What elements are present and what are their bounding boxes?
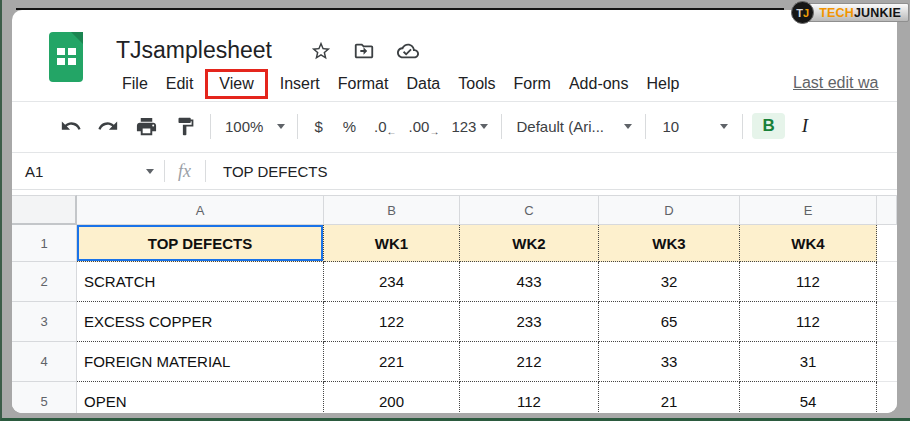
cell-b1[interactable]: WK1 xyxy=(324,225,460,262)
print-icon[interactable] xyxy=(135,115,158,138)
column-header-d[interactable]: D xyxy=(599,195,740,225)
cloud-check-icon[interactable] xyxy=(396,40,420,62)
techjunkie-monogram-icon: TJ xyxy=(791,1,814,24)
cell-c5[interactable]: 112 xyxy=(460,382,599,413)
spreadsheet-grid: A B C D E 1 TOP DEFECTS WK1 WK2 WK3 WK4 … xyxy=(12,191,897,413)
paint-format-icon[interactable] xyxy=(175,116,196,137)
star-icon[interactable] xyxy=(310,40,332,62)
toolbar-separator xyxy=(645,114,646,139)
cell-f1[interactable] xyxy=(877,225,897,262)
cell-d5[interactable]: 21 xyxy=(599,382,740,413)
formula-bar-separator xyxy=(164,160,165,182)
right-arrow-icon: → xyxy=(429,126,439,137)
cell-f5[interactable] xyxy=(877,382,897,413)
cell-e3[interactable]: 112 xyxy=(740,302,877,342)
cell-b5[interactable]: 200 xyxy=(324,382,460,413)
name-box[interactable]: A1 xyxy=(12,163,164,180)
zoom-select[interactable]: 100% xyxy=(225,118,285,135)
cell-e5[interactable]: 54 xyxy=(740,382,877,413)
decrease-decimal-button[interactable]: .0← xyxy=(374,118,397,135)
row-header-1[interactable]: 1 xyxy=(12,225,77,262)
cell-f2[interactable] xyxy=(877,262,897,302)
row-header-2[interactable]: 2 xyxy=(12,262,77,302)
sheet-row: 4 FOREIGN MATERIAL 221 212 33 31 xyxy=(12,342,897,382)
column-header-partial[interactable] xyxy=(877,195,897,225)
chevron-down-icon xyxy=(624,124,632,129)
chevron-down-icon xyxy=(720,124,728,129)
toolbar-separator xyxy=(210,114,211,139)
formula-bar-separator xyxy=(205,160,206,182)
column-header-c[interactable]: C xyxy=(460,195,599,225)
cell-c1[interactable]: WK2 xyxy=(460,225,599,262)
cell-d3[interactable]: 65 xyxy=(599,302,740,342)
undo-icon[interactable] xyxy=(60,115,82,137)
techjunkie-wordmark: TECHJUNKIE xyxy=(803,3,909,22)
increase-decimal-button[interactable]: .00→ xyxy=(409,118,440,135)
toolbar-separator xyxy=(742,114,743,139)
cell-e1[interactable]: WK4 xyxy=(740,225,877,262)
sheets-window: TJsamplesheet File Edit View Insert Form… xyxy=(12,10,897,413)
cell-d4[interactable]: 33 xyxy=(599,342,740,382)
google-sheets-logo-icon[interactable] xyxy=(49,32,83,86)
menu-bar: File Edit View Insert Format Data Tools … xyxy=(113,67,688,101)
brand-divider-line xyxy=(16,8,784,10)
cell-b2[interactable]: 234 xyxy=(324,262,460,302)
menu-tools[interactable]: Tools xyxy=(449,71,504,97)
cell-a2[interactable]: SCRATCH xyxy=(77,262,324,302)
cell-d2[interactable]: 32 xyxy=(599,262,740,302)
cell-d1[interactable]: WK3 xyxy=(599,225,740,262)
cell-c2[interactable]: 433 xyxy=(460,262,599,302)
document-title[interactable]: TJsamplesheet xyxy=(116,37,272,64)
bold-button[interactable]: B xyxy=(752,113,784,139)
sheet-row: 1 TOP DEFECTS WK1 WK2 WK3 WK4 xyxy=(12,225,897,262)
sheet-row: 3 EXCESS COPPER 122 233 65 112 xyxy=(12,302,897,342)
menu-insert[interactable]: Insert xyxy=(271,71,329,97)
cell-e2[interactable]: 112 xyxy=(740,262,877,302)
fx-icon: fx xyxy=(178,161,191,182)
menu-edit[interactable]: Edit xyxy=(157,71,203,97)
row-header-5[interactable]: 5 xyxy=(12,382,77,413)
cell-a3[interactable]: EXCESS COPPER xyxy=(77,302,324,342)
more-formats-button[interactable]: 123 xyxy=(451,118,488,135)
column-header-b[interactable]: B xyxy=(324,195,460,225)
column-header-e[interactable]: E xyxy=(740,195,877,225)
screenshot-frame: TJ TECHJUNKIE TJsamplesheet xyxy=(0,0,910,421)
chevron-down-icon xyxy=(146,169,154,174)
cell-a5[interactable]: OPEN xyxy=(77,382,324,413)
cell-c4[interactable]: 212 xyxy=(460,342,599,382)
menu-view-highlighted[interactable]: View xyxy=(205,69,267,99)
font-size-select[interactable]: 10 xyxy=(662,118,728,135)
menu-help[interactable]: Help xyxy=(638,71,689,97)
row-header-4[interactable]: 4 xyxy=(12,342,77,382)
toolbar-separator xyxy=(297,114,298,139)
move-folder-icon[interactable] xyxy=(353,40,375,62)
select-all-corner[interactable] xyxy=(12,195,77,225)
cell-a4[interactable]: FOREIGN MATERIAL xyxy=(77,342,324,382)
redo-icon[interactable] xyxy=(97,115,119,137)
cell-c3[interactable]: 233 xyxy=(460,302,599,342)
cell-f3[interactable] xyxy=(877,302,897,342)
currency-format-button[interactable]: $ xyxy=(314,118,322,135)
cell-b4[interactable]: 221 xyxy=(324,342,460,382)
chevron-down-icon xyxy=(277,124,285,129)
last-edit-link[interactable]: Last edit wa xyxy=(793,74,897,92)
font-family-select[interactable]: Default (Ari... xyxy=(516,118,632,135)
menu-format[interactable]: Format xyxy=(329,71,398,97)
formula-input[interactable]: TOP DEFECTS xyxy=(223,163,327,180)
cell-b3[interactable]: 122 xyxy=(324,302,460,342)
left-arrow-icon: ← xyxy=(387,126,397,137)
cell-e4[interactable]: 31 xyxy=(740,342,877,382)
sheet-row: 2 SCRATCH 234 433 32 112 xyxy=(12,262,897,302)
cell-a1-selected[interactable]: TOP DEFECTS xyxy=(77,225,324,262)
formula-bar: A1 fx TOP DEFECTS xyxy=(12,152,897,190)
menu-data[interactable]: Data xyxy=(397,71,449,97)
italic-button[interactable]: I xyxy=(796,115,814,137)
menu-addons[interactable]: Add-ons xyxy=(560,71,638,97)
column-header-a[interactable]: A xyxy=(77,195,324,225)
percent-format-button[interactable]: % xyxy=(343,118,356,135)
menu-file[interactable]: File xyxy=(113,71,157,97)
toolbar: 100% $ % .0← .00→ 123 Default (Ari... xyxy=(60,102,897,150)
row-header-3[interactable]: 3 xyxy=(12,302,77,342)
menu-form[interactable]: Form xyxy=(505,71,560,97)
cell-f4[interactable] xyxy=(877,342,897,382)
